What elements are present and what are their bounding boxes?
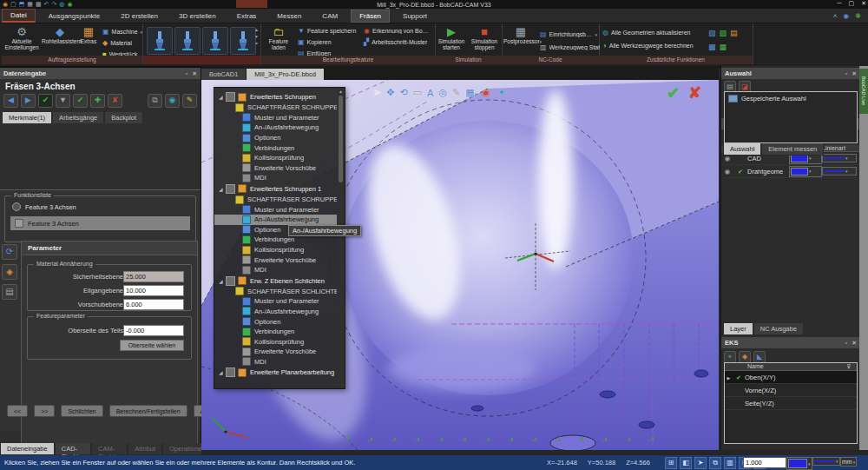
dock-tab[interactable]: CAM-Struktur bbox=[91, 443, 128, 455]
selection-tab[interactable]: Auswahl bbox=[723, 143, 761, 156]
postprozessor-button[interactable]: ▦ Postprozessor▾ bbox=[503, 25, 538, 45]
group-check-icon[interactable] bbox=[226, 92, 235, 102]
ortho-icon[interactable]: ◧ bbox=[680, 457, 692, 469]
info-icon[interactable]: ◉ bbox=[843, 12, 849, 20]
group-check-icon[interactable] bbox=[226, 276, 235, 286]
pin-icon[interactable]: ▫ bbox=[186, 70, 187, 77]
align-ucs-icon[interactable]: ◣ bbox=[753, 351, 766, 363]
cam-tree-row[interactable]: Erw. Z Ebenen Schlichten bbox=[214, 275, 337, 287]
simulation-stoppen-button[interactable]: ■ Simulation stoppen bbox=[468, 25, 501, 51]
cam-tree-row[interactable]: Optionen bbox=[214, 316, 337, 327]
tool-icon[interactable] bbox=[202, 27, 228, 55]
new-file-icon[interactable]: ▢ bbox=[10, 0, 16, 9]
field-input[interactable] bbox=[123, 271, 184, 282]
cam-tree-row[interactable]: An-/Ausfahrbewegung bbox=[214, 122, 337, 133]
extra-tool-icon[interactable]: ▦ bbox=[720, 43, 727, 51]
current-linetype-dropdown[interactable]: ▾ bbox=[812, 457, 840, 466]
footer-button[interactable]: >> bbox=[34, 405, 55, 417]
collapse-ribbon-icon[interactable]: ˄ bbox=[833, 12, 838, 20]
save-icon[interactable]: ▦ bbox=[27, 0, 33, 9]
werkzeugweg-statistik-button[interactable]: ▥ Werkzeugweg Statistik bbox=[540, 43, 600, 51]
render-mode-icon[interactable]: ◉▾ bbox=[482, 87, 492, 98]
gallery-up-icon[interactable]: ▲ bbox=[253, 27, 260, 32]
eks-row[interactable]: Oben(X/Y) bbox=[725, 371, 857, 384]
ribbon-tab[interactable]: Support bbox=[395, 10, 435, 22]
expand-icon[interactable] bbox=[219, 186, 226, 192]
help-icon[interactable]: ◉ bbox=[67, 0, 72, 9]
field-input[interactable] bbox=[123, 285, 184, 296]
cam-tree-row[interactable]: Kollisionsprüfung bbox=[214, 336, 337, 347]
cam-tree-row[interactable]: An-/Ausfahrbewegung bbox=[214, 307, 337, 317]
settings-tab-icon[interactable]: ◈ bbox=[2, 264, 17, 280]
cam-tree-row[interactable]: Erweitertes Schruppen 1 bbox=[214, 183, 337, 195]
feature-radio-row[interactable]: Feature 3 Achsen bbox=[5, 196, 195, 213]
cam-tree-row[interactable]: Muster und Parameter bbox=[214, 113, 337, 123]
new-ucs-icon[interactable]: ⌖ bbox=[724, 351, 736, 363]
data-entry-tab[interactable]: Merkmale(1) bbox=[2, 112, 52, 123]
scroll-up-icon[interactable]: ▲ bbox=[338, 89, 344, 94]
cam-tree-row[interactable]: Verbindungen bbox=[214, 142, 337, 153]
field-input[interactable] bbox=[123, 299, 184, 310]
app-logo-icon[interactable]: ◉ bbox=[3, 0, 8, 9]
cancel-button[interactable]: ✘ bbox=[108, 94, 122, 108]
top-of-part-input[interactable] bbox=[123, 325, 184, 336]
maximize-button[interactable]: ▢ bbox=[849, 0, 855, 7]
cancel-x-icon[interactable]: ✘ bbox=[688, 83, 701, 103]
cam-tree-row[interactable]: SCHAFTFRÄSER SCHLICHTEN bbox=[214, 287, 337, 297]
tool-icon[interactable] bbox=[174, 27, 201, 55]
expand-icon[interactable] bbox=[219, 369, 226, 375]
expand-icon[interactable] bbox=[219, 278, 226, 284]
orbit-icon[interactable]: ⟲ bbox=[399, 87, 407, 98]
close-button[interactable]: ✕ bbox=[861, 0, 866, 7]
gallery-expand-icon[interactable]: ⏷ bbox=[253, 41, 260, 47]
notes-tab-icon[interactable]: ▤ bbox=[2, 284, 17, 300]
kopieren-button[interactable]: ▣ Kopieren bbox=[298, 38, 332, 46]
select-mode-icon[interactable]: ➤ bbox=[694, 457, 707, 469]
document-tab[interactable]: BobCAD1 bbox=[201, 69, 246, 80]
close-icon[interactable]: ✕ bbox=[192, 70, 197, 77]
approach-tab-icon[interactable]: ⟳ bbox=[2, 244, 17, 260]
ribbon-tab[interactable]: 3D erstellen bbox=[171, 10, 224, 22]
visibility-icon[interactable]: ◉ bbox=[165, 94, 180, 108]
current-color-dropdown[interactable]: ▾ bbox=[786, 457, 812, 470]
viewport-canvas[interactable]: ➤ ✥ ⟲ ▭ A ◎ ✎ ▦▾ ◉▾ ✦▾ ✔ ✘ bbox=[201, 80, 719, 450]
layer-color-dropdown[interactable]: ▾ bbox=[789, 166, 822, 177]
data-entry-tab[interactable]: Arbeitsgänge bbox=[52, 112, 104, 123]
cam-tree-row[interactable]: MDI bbox=[214, 173, 337, 183]
pick-top-button[interactable]: Oberseite wählen bbox=[120, 340, 184, 351]
ribbon-tab[interactable]: CAM bbox=[314, 10, 345, 22]
minimize-button[interactable]: ─ bbox=[838, 0, 842, 7]
saved-selection-tree[interactable]: Gespeicherte Auswahl bbox=[724, 91, 858, 143]
ribbon-tab[interactable]: Datei bbox=[2, 9, 36, 23]
feature-list-selected-item[interactable]: Feature 3 Achsen bbox=[10, 216, 190, 230]
edit-template-icon[interactable]: ✎ bbox=[182, 94, 197, 108]
cam-tree-row[interactable]: Erweiterte Vorschübe bbox=[214, 255, 337, 265]
extra-tool-icon[interactable]: ▤ bbox=[730, 29, 738, 37]
eks-row[interactable]: Seite(Y/Z) bbox=[725, 397, 857, 410]
dock-tab[interactable]: CAD-Struktur bbox=[55, 443, 91, 455]
line-width-input[interactable] bbox=[743, 457, 786, 468]
filter-icon[interactable]: ⊽ bbox=[846, 363, 857, 370]
web-icon[interactable]: ◍ bbox=[59, 0, 64, 9]
magnify-icon[interactable]: ◎ bbox=[438, 87, 447, 98]
eks-row[interactable]: Vorne(X/Z) bbox=[725, 384, 857, 397]
ribbon-tab[interactable]: Extras bbox=[229, 10, 265, 22]
cam-tree-row[interactable]: Erweiterte Planarbearbeitung bbox=[214, 367, 337, 378]
cam-tree-row[interactable]: Erweiterte Vorschübe bbox=[214, 163, 337, 174]
feature-speichern-button[interactable]: ▼ Feature speichern bbox=[298, 27, 356, 35]
save-settings-button[interactable]: ▼ bbox=[56, 94, 70, 108]
layer-row[interactable]: ◉ Drahtgeome ▾ ▾ bbox=[721, 165, 860, 178]
snapshot-icon[interactable]: ⧉ bbox=[148, 94, 162, 108]
group-check-icon[interactable] bbox=[226, 184, 235, 194]
layer-mode-icon[interactable]: ▥ bbox=[724, 457, 736, 469]
cam-tree-scrollbar[interactable]: ▲ bbox=[338, 89, 344, 387]
alle-werkzeugwege-berechnen-button[interactable]: ◑ Alle Werkzeugwege berechnen bbox=[602, 42, 694, 50]
rohteilassistent-button[interactable]: ◆ Rohteilassistent bbox=[42, 25, 78, 44]
prev-page-button[interactable]: ◀ bbox=[3, 94, 18, 108]
pin-icon[interactable]: ▫ bbox=[845, 70, 847, 77]
apply-button[interactable]: ✔ bbox=[38, 94, 53, 108]
display-options-icon[interactable]: ✦▾ bbox=[497, 87, 508, 98]
extras-button[interactable]: ▦ Extras bbox=[76, 25, 101, 44]
pin-icon[interactable]: ▫ bbox=[845, 340, 847, 347]
data-entry-tab[interactable]: Backplot bbox=[104, 112, 143, 123]
